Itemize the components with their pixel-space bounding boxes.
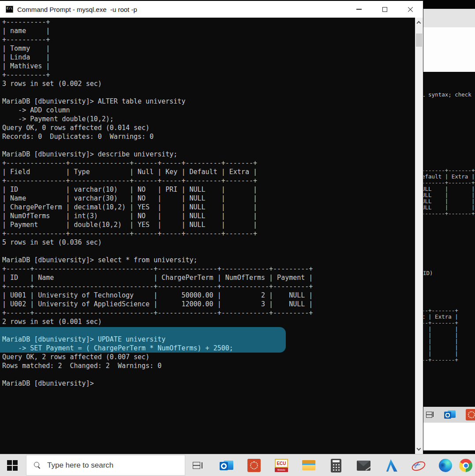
background-top-strip — [423, 0, 475, 9]
console-line: Rows matched: 2 Changed: 2 Warnings: 0 — [2, 361, 415, 370]
console-line — [2, 370, 415, 379]
console-line: MariaDB [dbuniversity]> ALTER table univ… — [2, 97, 415, 106]
console-line: +------+------------------------------+-… — [2, 309, 415, 317]
console-line: +----------+ — [2, 71, 415, 79]
background-titlebar-fragment — [423, 9, 475, 27]
task-view-icon — [193, 461, 203, 469]
edge-button[interactable] — [437, 455, 454, 476]
console-line: +------+------------------------------+-… — [2, 282, 415, 291]
console-line: Query OK, 0 rows affected (0.014 sec) — [2, 123, 415, 132]
console-line: | Payment | double(10,2) | YES | | NULL … — [2, 220, 415, 229]
console-line: 2 rows in set (0.001 sec) — [2, 317, 415, 326]
ecu-label: ECU — [275, 459, 288, 468]
vertical-scrollbar[interactable] — [415, 18, 423, 454]
ecu-website-label: Website — [275, 468, 288, 472]
console-line: | U002 | University of AppliedScience | … — [2, 300, 415, 309]
console-line: | Linda | — [2, 53, 415, 62]
console-line: MariaDB [dbuniversity]> describe univers… — [2, 150, 415, 159]
console-line: +------+------------------------------+-… — [2, 264, 415, 273]
console-line: 3 rows in set (0.002 sec) — [2, 79, 415, 88]
scroll-up-arrow[interactable] — [417, 21, 421, 26]
console-line: | Name | varchar(30) | NO | | NULL | | — [2, 194, 415, 203]
background-divider — [423, 450, 475, 454]
console-line: Records: 0 Duplicates: 0 Warnings: 0 — [2, 132, 415, 141]
titlebar[interactable]: C:\ Command Prompt - mysql.exe -u root -… — [0, 0, 423, 18]
taskbar: Type here to search ECU Website — [0, 454, 475, 476]
console-line — [2, 141, 415, 150]
search-placeholder: Type here to search — [47, 461, 113, 470]
close-icon — [408, 7, 413, 12]
maximize-button[interactable] — [372, 1, 397, 18]
mail-icon — [357, 461, 370, 471]
task-view-button[interactable] — [189, 455, 207, 476]
task-view-icon — [426, 411, 434, 418]
outlook-icon — [220, 459, 234, 472]
taskbar-search[interactable]: Type here to search — [26, 455, 185, 476]
azure-button[interactable] — [382, 455, 400, 476]
console-line: | ID | varchar(10) | NO | PRI | NULL | | — [2, 185, 415, 194]
console-line: | Field | Type | Null | Key | Default | … — [2, 167, 415, 176]
window-controls — [346, 1, 423, 18]
ecu-website-icon: ECU Website — [275, 459, 288, 472]
start-button[interactable] — [0, 454, 25, 476]
console-line: MariaDB [dbuniversity]> UPDATE universit… — [2, 335, 415, 344]
outlook-button[interactable] — [218, 455, 236, 476]
console-line: +----------+ — [2, 18, 415, 26]
cmd-icon-glyph: C:\ — [7, 7, 12, 10]
console-line: 5 rows in set (0.036 sec) — [2, 238, 415, 247]
console-line: +---------------+---------------+------+… — [2, 159, 415, 167]
console-output[interactable]: +----------+| name |+----------+| Tommy … — [0, 18, 415, 454]
console-line: Query OK, 2 rows affected (0.007 sec) — [2, 353, 415, 361]
console-line — [2, 247, 415, 256]
console-line: -> SET Payment = ( ChargePerTerm * NumOf… — [2, 344, 415, 353]
canvas-icon — [247, 459, 261, 472]
console-line: MariaDB [dbuniversity]> — [2, 379, 415, 388]
desktop: L syntax; check t -------+-------+ efaul… — [0, 0, 475, 476]
background-text-fragment: L syntax; check t — [423, 92, 475, 98]
console-line: | name | — [2, 26, 415, 35]
cmd-icon: C:\ — [6, 6, 13, 13]
console-line: MariaDB [dbuniversity]> select * from un… — [2, 256, 415, 264]
console-line — [2, 326, 415, 335]
command-prompt-window: C:\ Command Prompt - mysql.exe -u root -… — [0, 0, 423, 454]
background-screenshot-taskbar — [423, 407, 475, 423]
console-line: +---------------+---------------+------+… — [2, 229, 415, 238]
azure-icon — [384, 459, 397, 472]
snipping-tool-button[interactable] — [409, 455, 427, 476]
canvas-icon — [466, 409, 475, 420]
background-console-fragment: L syntax; check t -------+-------+ efaul… — [423, 72, 475, 407]
ecu-website-button[interactable]: ECU Website — [273, 455, 290, 476]
console-line: | ID | Name | ChargePerTerm | NumOfTerms… — [2, 273, 415, 282]
console-line: | Mathives | — [2, 62, 415, 71]
file-explorer-button[interactable] — [300, 455, 318, 476]
console-line: +----------+ — [2, 35, 415, 44]
file-explorer-icon — [302, 459, 316, 472]
windows-logo-icon — [7, 460, 18, 471]
scrollbar-thumb[interactable] — [416, 33, 422, 47]
search-icon — [34, 462, 41, 469]
background-white-area — [423, 423, 475, 450]
console-line: | Tommy | — [2, 44, 415, 53]
edge-icon — [439, 459, 452, 472]
background-white-area — [423, 27, 475, 72]
mail-button[interactable] — [355, 455, 372, 476]
snipping-tool-icon — [411, 459, 426, 472]
minimize-icon — [356, 9, 362, 10]
calculator-button[interactable] — [327, 455, 345, 476]
background-window[interactable]: L syntax; check t -------+-------+ efaul… — [423, 0, 475, 476]
background-table-fragment: -------+-------+ efault | Extra | ------… — [423, 167, 475, 217]
console-line: | NumOfTerms | int(3) | NO | | NULL | | — [2, 212, 415, 220]
chrome-icon — [459, 459, 472, 472]
console-line: | ChargePerTerm | decimal(10,2) | YES | … — [2, 203, 415, 212]
console-line: | U001 | University of Technology | 5000… — [2, 291, 415, 300]
chrome-button[interactable] — [457, 455, 475, 476]
outlook-icon — [444, 409, 456, 420]
canvas-button[interactable] — [245, 455, 263, 476]
scroll-down-arrow[interactable] — [417, 446, 421, 451]
console-line: +---------------+---------------+------+… — [2, 176, 415, 185]
background-table-fragment: --+-------+ t | Extra | --+-------+ | | … — [423, 308, 458, 363]
calculator-icon — [331, 459, 341, 472]
close-button[interactable] — [397, 1, 423, 18]
minimize-button[interactable] — [346, 1, 372, 18]
console-line: -> Payment double(10,2); — [2, 115, 415, 123]
